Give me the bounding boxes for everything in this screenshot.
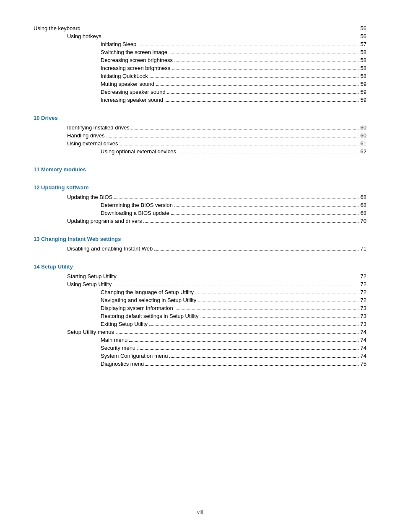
entry-page: 74 — [361, 337, 366, 343]
entry-dots — [137, 349, 358, 350]
entry-text: Updating programs and drivers — [67, 218, 142, 224]
toc-entry: Restoring default settings in Setup Util… — [34, 313, 366, 319]
entry-text: Determining the BIOS version — [101, 202, 173, 208]
entry-dots — [129, 341, 358, 342]
entry-page: 75 — [361, 361, 366, 367]
entry-dots — [138, 46, 358, 46]
toc-entry: Setup Utility menus74 — [34, 329, 366, 335]
heading-label: 14 Setup Utility — [34, 263, 73, 270]
toc-entry: Initiating QuickLock58 — [34, 73, 366, 79]
section-heading: 12 Updating software — [34, 184, 366, 191]
entry-page: 58 — [361, 49, 366, 55]
entry-dots — [103, 38, 359, 38]
entry-text: Using optional external devices — [101, 148, 176, 155]
entry-dots — [82, 30, 359, 30]
entry-text: Increasing speaker sound — [101, 97, 163, 103]
entry-page: 72 — [361, 297, 366, 303]
entry-text: Using the keyboard — [34, 25, 81, 31]
entry-text: Downloading a BIOS update — [101, 210, 169, 216]
entry-text: Using Setup Utility — [67, 281, 112, 287]
entry-page: 73 — [361, 313, 366, 319]
entry-dots — [131, 129, 359, 129]
entry-page: 60 — [361, 124, 366, 131]
toc-entry: Increasing speaker sound59 — [34, 97, 366, 103]
toc-entry: Using Setup Utility72 — [34, 281, 366, 287]
toc-entry: Initiating Sleep57 — [34, 41, 366, 47]
entry-text: Main menu — [101, 337, 127, 343]
entry-dots — [118, 278, 359, 278]
toc-entry: Identifying installed drives60 — [34, 124, 366, 131]
heading-label: 13 Changing Instant Web settings — [34, 236, 121, 242]
entry-dots — [200, 318, 358, 318]
entry-dots — [165, 101, 359, 102]
entry-page: 68 — [361, 194, 366, 200]
footer: viii — [0, 509, 400, 515]
entry-page: 74 — [361, 329, 366, 335]
entry-dots — [167, 93, 359, 94]
toc-entry: Downloading a BIOS update68 — [34, 210, 366, 216]
heading-label: 12 Updating software — [34, 184, 88, 191]
heading-label: 10 Drives — [34, 115, 58, 121]
toc-entry: Muting speaker sound59 — [34, 81, 366, 87]
entry-dots — [150, 77, 359, 78]
entry-text: Decreasing screen brightness — [101, 57, 173, 63]
toc-entry: Handling drives60 — [34, 132, 366, 139]
entry-text: Initiating QuickLock — [101, 73, 148, 79]
entry-page: 70 — [361, 218, 366, 224]
entry-text: Navigating and selecting in Setup Utilit… — [101, 297, 196, 303]
entry-page: 56 — [361, 33, 366, 39]
toc-entry: Determining the BIOS version68 — [34, 202, 366, 208]
entry-text: Exiting Setup Utility — [101, 321, 148, 327]
entry-dots — [198, 302, 358, 302]
toc-entry: Using optional external devices62 — [34, 148, 366, 155]
section-heading: 14 Setup Utility — [34, 263, 366, 270]
entry-text: Changing the language of Setup Utility — [101, 289, 194, 295]
entry-dots — [149, 325, 359, 326]
entry-page: 58 — [361, 57, 366, 63]
entry-text: Disabling and enabling Instant Web — [67, 245, 153, 252]
toc-entry: Increasing screen brightness58 — [34, 65, 366, 71]
entry-dots — [143, 222, 358, 223]
toc-entry: Security menu74 — [34, 345, 366, 351]
toc-entry: Using external drives61 — [34, 140, 366, 147]
toc-entry: Starting Setup Utility72 — [34, 273, 366, 279]
entry-dots — [171, 214, 358, 215]
entry-text: Identifying installed drives — [67, 124, 130, 131]
heading-label: 11 Memory modules — [34, 166, 86, 173]
toc-entry: Updating the BIOS68 — [34, 194, 366, 200]
entry-page: 57 — [361, 41, 366, 47]
toc-entry: Using hotkeys56 — [34, 33, 366, 39]
entry-text: Using external drives — [67, 140, 118, 147]
entry-page: 59 — [361, 97, 366, 103]
entry-text: Handling drives — [67, 132, 105, 139]
toc-container: Using the keyboard56Using hotkeys56Initi… — [34, 25, 366, 367]
entry-page: 56 — [361, 25, 366, 31]
entry-dots — [106, 137, 359, 137]
entry-page: 74 — [361, 353, 366, 359]
entry-page: 58 — [361, 65, 366, 71]
section-heading: 11 Memory modules — [34, 166, 366, 173]
entry-dots — [172, 70, 358, 70]
toc-entry: System Configuration menu74 — [34, 353, 366, 359]
entry-text: System Configuration menu — [101, 353, 168, 359]
entry-page: 68 — [361, 210, 366, 216]
entry-dots — [116, 333, 359, 334]
section-heading: 10 Drives — [34, 115, 366, 121]
toc-entry: Decreasing screen brightness58 — [34, 57, 366, 63]
entry-dots — [195, 294, 359, 294]
entry-page: 59 — [361, 81, 366, 87]
toc-entry: Using the keyboard56 — [34, 25, 366, 31]
toc-entry: Exiting Setup Utility73 — [34, 321, 366, 327]
entry-dots — [119, 145, 358, 145]
entry-text: Increasing screen brightness — [101, 65, 170, 71]
section-heading: 13 Changing Instant Web settings — [34, 236, 366, 242]
entry-text: Using hotkeys — [67, 33, 101, 39]
entry-page: 72 — [361, 281, 366, 287]
entry-text: Switching the screen image — [101, 49, 167, 55]
entry-text: Security menu — [101, 345, 135, 351]
toc-entry: Updating programs and drivers70 — [34, 218, 366, 224]
toc-entry: Main menu74 — [34, 337, 366, 343]
entry-text: Displaying system information — [101, 305, 173, 311]
entry-dots — [113, 286, 358, 286]
entry-page: 58 — [361, 73, 366, 79]
